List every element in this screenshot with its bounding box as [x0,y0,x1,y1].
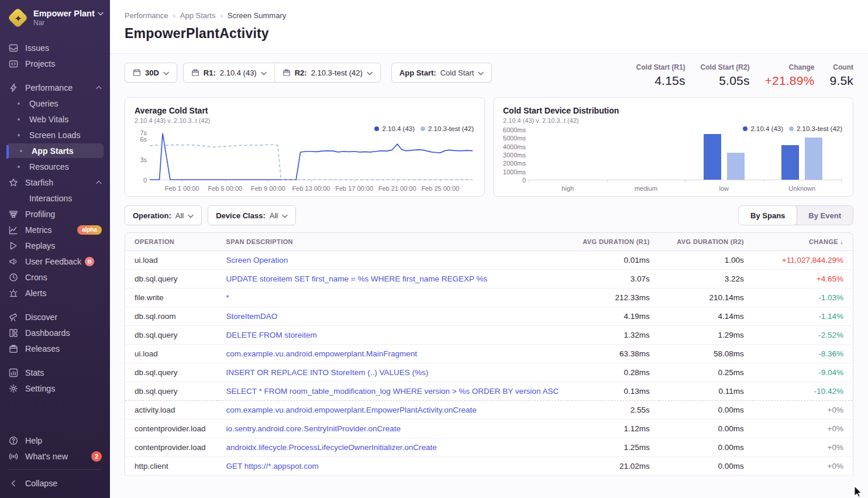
column-change[interactable]: CHANGE↓ [753,233,853,251]
operation-cell: activity.load [125,401,217,420]
sidebar-item-discover[interactable]: Discover [0,309,110,325]
sidebar-item-user-feedback[interactable]: User Feedback B [0,253,110,269]
table-row[interactable]: activity.load com.example.vu.android.emp… [125,401,853,420]
sidebar-item-replays[interactable]: Replays [0,238,110,253]
span-description-link[interactable]: androidx.lifecycle.ProcessLifecycleOwner… [226,443,437,452]
sidebar-item-settings[interactable]: Settings [0,380,110,396]
legend-item[interactable]: 2.10.4 (43) [743,125,783,132]
table-row[interactable]: ui.load Screen Operation 0.01ms 1.00s +1… [125,251,853,270]
table-row[interactable]: db.sql.query INSERT OR REPLACE INTO Stor… [125,363,853,382]
y-axis-label: 4000ms [503,143,526,150]
app-start-type-selector[interactable]: App Start: Cold Start [391,63,492,83]
span-description-cell: androidx.lifecycle.ProcessLifecycleOwner… [217,438,569,457]
chart-plot-area[interactable] [150,130,473,180]
avg-duration-r1-cell: 0.28ms [568,363,659,382]
operation-filter[interactable]: Operation: All [125,205,202,225]
sidebar-item-dashboards[interactable]: Dashboards [0,325,110,341]
table-row[interactable]: db.sql.query UPDATE storeitem SET first_… [125,270,853,289]
span-description-link[interactable]: DELETE FROM storeitem [226,331,317,339]
bar[interactable] [805,138,822,180]
avg-duration-r2-cell: 0.25ms [659,363,753,382]
date-range-selector[interactable]: 30D [125,63,177,83]
sidebar-item-queries[interactable]: Queries [0,95,110,111]
by-event-tab[interactable]: By Event [797,206,853,225]
org-project: Nar [33,19,104,28]
sidebar-item-projects[interactable]: Projects [0,56,110,71]
legend-dot-icon [743,126,748,131]
span-description-link[interactable]: io.sentry.android.core.SentryInitProvide… [226,424,401,433]
sidebar-item-metrics[interactable]: Metrics alpha [0,222,110,238]
legend-item[interactable]: 2.10.3-test (42) [789,125,842,132]
operation-cell: ui.load [125,251,217,270]
table-row[interactable]: http.client GET https://*.appspot.com 21… [125,457,853,476]
release-selector: R1: 2.10.4 (43) R2: 2.10.3-test (42) [183,63,381,83]
sidebar-item-stats[interactable]: Stats [0,365,110,380]
sidebar-item-screen-loads[interactable]: Screen Loads [0,127,110,143]
legend-item[interactable]: 2.10.4 (43) [374,125,415,132]
bar[interactable] [727,153,745,180]
device-class-filter[interactable]: Device Class: All [208,205,296,225]
sidebar-collapse-button[interactable]: Collapse [0,475,110,491]
chevron-up-icon[interactable] [96,85,102,90]
span-description-link[interactable]: StoreItemDAO [226,312,278,321]
stat-change: Change +21.89% [765,63,815,88]
stat-cold-start-r1: Cold Start (R1) 4.15s [636,63,686,88]
table-row[interactable]: file.write * 212.33ms 210.14ms -1.03% [125,289,853,307]
org-switcher[interactable]: ✦ Empower Plant Nar [0,8,110,28]
y-axis-label: 0 [522,177,526,184]
span-description-link[interactable]: GET https://*.appspot.com [226,462,319,470]
sidebar-item-alerts[interactable]: Alerts [0,285,110,301]
table-row[interactable]: ui.load com.example.vu.android.empowerpl… [125,345,853,363]
bar[interactable] [704,134,721,180]
release-r1-selector[interactable]: R1: 2.10.4 (43) [184,63,274,82]
table-row[interactable]: contentprovider.load androidx.lifecycle.… [125,438,853,457]
sidebar-item-interactions[interactable]: Interactions [0,190,110,206]
chevron-up-icon[interactable] [96,180,102,184]
sidebar-item-app-starts[interactable]: App Starts [0,143,110,159]
alpha-badge: alpha [77,225,102,235]
span-description-link[interactable]: UPDATE storeitem SET first_name = %s WHE… [226,274,488,283]
column-avg-duration-r2[interactable]: AVG DURATION (R2) [659,233,753,251]
org-name: Empower Plant [33,9,95,19]
table-header-row: OPERATION SPAN DESCRIPTION AVG DURATION … [125,233,853,251]
column-avg-duration-r1[interactable]: AVG DURATION (R1) [568,233,659,251]
span-description-link[interactable]: * [226,293,229,302]
sidebar-item-help[interactable]: Help [0,432,110,448]
sidebar-item-releases[interactable]: Releases [0,341,110,356]
column-operation[interactable]: OPERATION [125,233,217,251]
table-row[interactable]: db.sql.query DELETE FROM storeitem 1.32m… [125,326,853,345]
table-row[interactable]: db.sql.room StoreItemDAO 4.19ms 4.14ms -… [125,307,853,326]
span-description-link[interactable]: com.example.vu.android.empowerplant.Empo… [226,406,477,414]
table-row[interactable]: db.sql.query SELECT * FROM room_table_mo… [125,382,853,401]
bar[interactable] [781,145,799,180]
sidebar-item-crons[interactable]: Crons [0,269,110,285]
chart-plot-area[interactable] [529,130,841,180]
table-row[interactable]: contentprovider.load io.sentry.android.c… [125,420,853,438]
legend-item[interactable]: 2.10.3-test (42) [421,125,474,132]
span-description-link[interactable]: Screen Operation [226,256,288,265]
column-span-description[interactable]: SPAN DESCRIPTION [217,233,569,251]
span-description-link[interactable]: INSERT OR REPLACE INTO StoreItem (..) VA… [226,368,429,377]
breadcrumb-app-starts[interactable]: App Starts [180,11,216,20]
sidebar-item-starfish[interactable]: Starfish [0,174,110,190]
release-r2-selector[interactable]: R2: 2.10.3-test (42) [275,63,380,82]
span-description-link[interactable]: SELECT * FROM room_table_modification_lo… [226,387,559,396]
operation-filter-label: Operation: [133,211,171,220]
calendar-icon [133,68,141,77]
span-description-link[interactable]: com.example.vu.android.empowerplant.Main… [226,349,417,358]
avg-duration-r1-cell: 1.32ms [568,326,659,345]
sidebar-item-whats-new[interactable]: What's new 2 [0,448,110,464]
sidebar-item-web-vitals[interactable]: Web Vitals [0,111,110,127]
sidebar-item-performance[interactable]: Performance [0,80,110,95]
sidebar-item-label: Metrics [25,225,52,235]
average-cold-start-panel: Average Cold Start 2.10.4 (43) v. 2.10.3… [125,97,485,197]
breadcrumb-separator-icon: › [173,11,175,20]
by-spans-tab[interactable]: By Spans [738,205,797,225]
breadcrumb: Performance › App Starts › Screen Summar… [125,11,853,20]
sidebar-item-issues[interactable]: Issues [0,40,110,56]
breadcrumb-performance[interactable]: Performance [125,11,168,20]
sidebar-item-resources[interactable]: Resources [0,159,110,174]
y-axis-label: 1000ms [503,169,526,176]
sidebar-item-profiling[interactable]: Profiling [0,206,110,222]
breadcrumb-screen-summary: Screen Summary [228,11,286,20]
